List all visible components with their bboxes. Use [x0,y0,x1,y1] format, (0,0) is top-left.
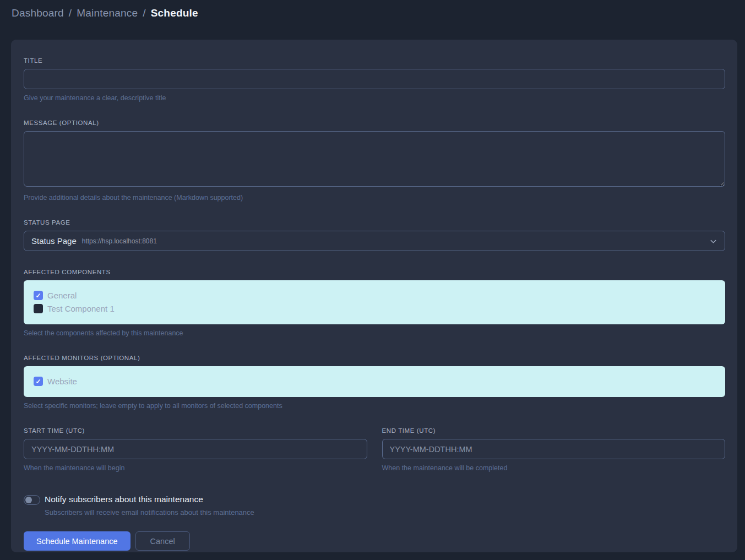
breadcrumb-separator: / [143,7,145,19]
start-time-help-text: When the maintenance will begin [24,464,367,472]
form-actions: Schedule Maintenance Cancel [24,531,725,551]
affected-components-group: AFFECTED COMPONENTS General Test Compone… [24,269,725,337]
affected-components-help-text: Select the components affected by this m… [24,329,725,337]
checkbox-website[interactable] [34,377,43,386]
monitor-option-website[interactable]: Website [34,377,716,386]
end-time-input[interactable] [382,439,726,459]
breadcrumb-schedule: Schedule [151,7,198,19]
status-page-label: STATUS PAGE [24,219,725,226]
notify-subscribers-toggle[interactable] [24,495,40,505]
component-option-label: General [47,291,77,300]
message-field-group: MESSAGE (OPTIONAL) Provide additional de… [24,119,725,202]
chevron-down-icon [709,237,717,247]
start-time-field-group: START TIME (UTC) When the maintenance wi… [24,427,367,472]
end-time-field-group: END TIME (UTC) When the maintenance will… [382,427,726,472]
cancel-button[interactable]: Cancel [135,531,190,551]
end-time-help-text: When the maintenance will be completed [382,464,726,472]
affected-monitors-group: AFFECTED MONITORS (OPTIONAL) Website Sel… [24,355,725,410]
notify-texts: Notify subscribers about this maintenanc… [45,494,254,516]
time-fields-row: START TIME (UTC) When the maintenance wi… [24,427,725,472]
message-textarea[interactable] [24,131,725,187]
affected-components-panel: General Test Component 1 [24,280,725,324]
notify-subscribers-help-text: Subscribers will receive email notificat… [45,508,254,516]
breadcrumb: Dashboard/Maintenance/Schedule [12,7,745,19]
component-option-label: Test Component 1 [47,304,115,313]
title-label: TITLE [24,57,725,64]
breadcrumb-separator: / [69,7,72,19]
end-time-label: END TIME (UTC) [382,427,726,434]
breadcrumb-maintenance[interactable]: Maintenance [77,7,138,19]
title-input[interactable] [24,69,725,89]
message-help-text: Provide additional details about the mai… [24,194,725,202]
monitor-option-label: Website [47,377,77,386]
notify-subscribers-row: Notify subscribers about this maintenanc… [24,494,725,516]
toggle-knob [25,497,32,503]
status-page-select[interactable]: Status Page https://hsp.localhost:8081 [24,231,725,251]
affected-components-label: AFFECTED COMPONENTS [24,269,725,275]
status-page-field-group: STATUS PAGE Status Page https://hsp.loca… [24,219,725,251]
top-navigation-bar: Dashboard/Maintenance/Schedule [0,0,745,28]
title-help-text: Give your maintenance a clear, descripti… [24,94,725,102]
component-option-general[interactable]: General [34,291,716,300]
schedule-maintenance-form-card: TITLE Give your maintenance a clear, des… [11,40,737,552]
schedule-maintenance-button[interactable]: Schedule Maintenance [24,531,130,551]
status-page-selected-url: https://hsp.localhost:8081 [82,237,157,245]
checkbox-general[interactable] [34,291,43,300]
component-option-test-component-1[interactable]: Test Component 1 [34,304,716,313]
start-time-input[interactable] [24,439,367,459]
start-time-label: START TIME (UTC) [24,427,367,434]
message-label: MESSAGE (OPTIONAL) [24,119,725,126]
status-page-selected-name: Status Page [31,236,77,246]
breadcrumb-dashboard[interactable]: Dashboard [12,7,64,19]
affected-monitors-label: AFFECTED MONITORS (OPTIONAL) [24,355,725,361]
affected-monitors-panel: Website [24,366,725,397]
notify-subscribers-label: Notify subscribers about this maintenanc… [45,494,254,504]
affected-monitors-help-text: Select specific monitors; leave empty to… [24,402,725,410]
title-field-group: TITLE Give your maintenance a clear, des… [24,57,725,102]
checkbox-test-component-1[interactable] [34,304,43,313]
